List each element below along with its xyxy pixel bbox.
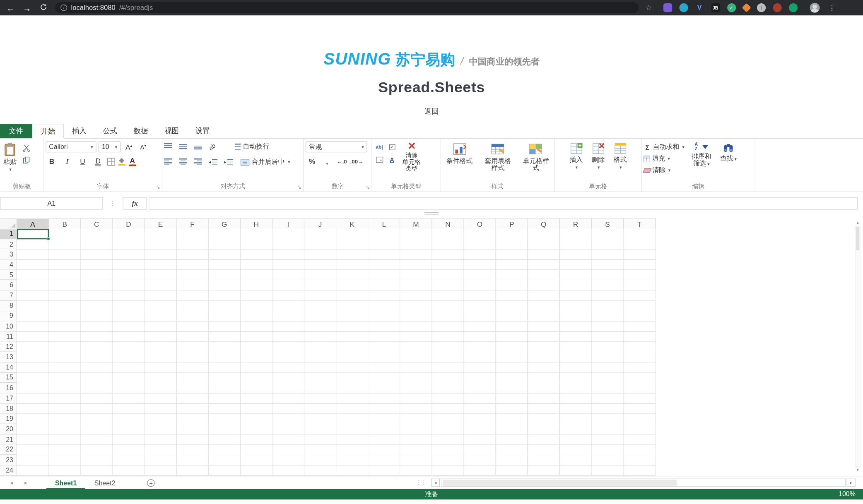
- row-header-12[interactable]: 12: [0, 342, 17, 352]
- reload-icon[interactable]: [39, 3, 48, 12]
- sheet-tab-Sheet2[interactable]: Sheet2: [86, 476, 124, 489]
- extension-icon-check[interactable]: ✓: [727, 3, 736, 12]
- select-all-corner[interactable]: [0, 219, 17, 229]
- tab-视图[interactable]: 视图: [157, 124, 187, 138]
- next-sheet-icon[interactable]: ▸: [22, 480, 30, 486]
- extension-icon-purple[interactable]: [663, 3, 672, 12]
- row-header-8[interactable]: 8: [0, 301, 17, 311]
- tab-数据[interactable]: 数据: [125, 124, 156, 138]
- font-color-button[interactable]: A: [129, 157, 136, 166]
- column-header-T[interactable]: T: [624, 219, 656, 229]
- row-header-2[interactable]: 2: [0, 239, 17, 250]
- fill-button[interactable]: ↓ 填充 ▾: [644, 153, 684, 165]
- row-header-6[interactable]: 6: [0, 280, 17, 290]
- scroll-down-icon[interactable]: ▾: [857, 467, 859, 474]
- column-header-C[interactable]: C: [81, 219, 113, 229]
- underline-button[interactable]: U: [77, 157, 89, 166]
- vertical-scroll-track[interactable]: [855, 226, 861, 467]
- cut-button[interactable]: [20, 142, 32, 153]
- row-header-10[interactable]: 10: [0, 322, 17, 332]
- fx-button[interactable]: fx: [123, 197, 147, 209]
- formula-bar-menu-icon[interactable]: ⋮: [103, 200, 123, 208]
- copy-button[interactable]: [20, 155, 32, 165]
- align-right-icon[interactable]: [194, 158, 202, 166]
- font-dialog-launcher-icon[interactable]: ↘: [156, 185, 160, 190]
- vertical-scroll-thumb[interactable]: [856, 227, 859, 250]
- comma-style-icon[interactable]: ,: [321, 157, 334, 166]
- extension-icon-jb[interactable]: JB: [711, 3, 720, 12]
- formula-input[interactable]: [149, 197, 858, 209]
- row-header-16[interactable]: 16: [0, 383, 17, 394]
- borders-button[interactable]: [107, 158, 115, 166]
- decrease-font-size-button[interactable]: A▾: [137, 144, 149, 151]
- column-header-K[interactable]: K: [336, 219, 368, 229]
- column-header-B[interactable]: B: [49, 219, 81, 229]
- row-header-22[interactable]: 22: [0, 445, 17, 455]
- increase-decimal-icon[interactable]: ←.0: [335, 158, 349, 165]
- row-header-13[interactable]: 13: [0, 352, 17, 362]
- format-cells-button[interactable]: 格式▾: [612, 142, 629, 172]
- column-header-L[interactable]: L: [368, 219, 400, 229]
- insert-cells-button[interactable]: 插入▾: [568, 142, 584, 172]
- find-button[interactable]: 查找▾: [718, 142, 738, 164]
- column-header-E[interactable]: E: [145, 219, 177, 229]
- column-header-J[interactable]: J: [304, 219, 336, 229]
- column-header-R[interactable]: R: [560, 219, 592, 229]
- number-dialog-launcher-icon[interactable]: ↘: [366, 185, 370, 190]
- extension-icon-v[interactable]: V: [695, 3, 704, 12]
- italic-button[interactable]: I: [61, 157, 73, 166]
- column-header-P[interactable]: P: [496, 219, 528, 229]
- site-info-icon[interactable]: i: [60, 5, 67, 11]
- align-top-icon[interactable]: [164, 143, 172, 150]
- back-link[interactable]: 返回: [0, 107, 863, 117]
- zoom-level[interactable]: 100%: [839, 489, 856, 499]
- checkbox-celltype-icon[interactable]: ✓: [389, 144, 395, 150]
- horizontal-scroll-track[interactable]: [441, 479, 846, 487]
- vertical-scrollbar[interactable]: ▴ ▾: [854, 219, 861, 473]
- percent-style-icon[interactable]: %: [306, 157, 319, 166]
- tab-strip-resize-grip[interactable]: ⋮⋮: [416, 480, 426, 486]
- column-header-H[interactable]: H: [241, 219, 272, 229]
- column-header-M[interactable]: M: [400, 219, 432, 229]
- profile-avatar[interactable]: [810, 3, 820, 13]
- decrease-decimal-icon[interactable]: .00→: [350, 158, 363, 165]
- fill-handle[interactable]: [47, 237, 50, 240]
- bold-button[interactable]: B: [46, 157, 58, 166]
- row-header-18[interactable]: 18: [0, 403, 17, 414]
- font-family-select[interactable]: Calibri▾: [46, 142, 96, 153]
- name-box[interactable]: A1: [0, 197, 103, 209]
- clear-celltype-button[interactable]: 清除 单元格 类型: [401, 142, 422, 173]
- cell-styles-button[interactable]: 单元格样式: [519, 142, 553, 173]
- tab-开始[interactable]: 开始: [32, 124, 64, 139]
- row-header-19[interactable]: 19: [0, 414, 17, 424]
- merge-center-button[interactable]: 合并后居中 ▾: [239, 157, 291, 167]
- row-header-1[interactable]: 1: [0, 229, 17, 239]
- scroll-right-icon[interactable]: ▸: [847, 479, 856, 487]
- align-middle-icon[interactable]: [179, 143, 187, 150]
- column-header-N[interactable]: N: [432, 219, 464, 229]
- row-header-24[interactable]: 24: [0, 465, 17, 475]
- column-header-S[interactable]: S: [592, 219, 624, 229]
- row-header-11[interactable]: 11: [0, 331, 17, 342]
- prev-sheet-icon[interactable]: ◂: [8, 480, 16, 486]
- url-bar[interactable]: i localhost:8080 /#/spreadjs: [55, 2, 639, 13]
- column-header-I[interactable]: I: [272, 219, 304, 229]
- row-header-3[interactable]: 3: [0, 250, 17, 260]
- scroll-up-icon[interactable]: ▴: [857, 219, 859, 226]
- increase-font-size-button[interactable]: A▴: [123, 143, 135, 151]
- double-underline-button[interactable]: D: [95, 158, 100, 166]
- wrap-text-button[interactable]: 自动换行: [234, 142, 270, 152]
- format-as-table-button[interactable]: 套用表格样式: [480, 142, 516, 173]
- back-icon[interactable]: ←: [5, 3, 15, 12]
- row-header-21[interactable]: 21: [0, 434, 17, 445]
- autosum-button[interactable]: Σ 自动求和 ▾: [644, 142, 684, 153]
- extension-icon-teal[interactable]: [679, 3, 688, 12]
- column-header-A[interactable]: A: [17, 219, 49, 229]
- scroll-left-icon[interactable]: ◂: [431, 479, 440, 487]
- conditional-formatting-button[interactable]: 条件格式: [442, 142, 477, 166]
- forward-icon[interactable]: →: [22, 3, 32, 12]
- column-header-D[interactable]: D: [113, 219, 145, 229]
- add-sheet-button[interactable]: +: [147, 479, 155, 487]
- text-orientation-icon[interactable]: ab: [207, 142, 217, 151]
- combo-celltype-icon[interactable]: ▾: [376, 156, 383, 163]
